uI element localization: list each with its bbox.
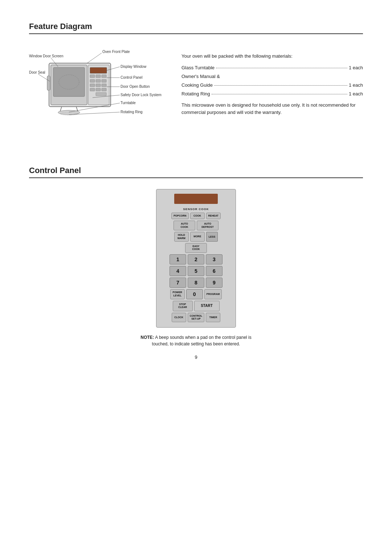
num-2-button[interactable]: 2 (188, 254, 204, 264)
sensor-cook-label: SENSOR COOK (160, 208, 232, 211)
list-item: Owner's Manual & (181, 73, 363, 81)
panel-row-easy: EASY COOK (160, 243, 232, 253)
disclaimer-text: This microwave oven is designed for hous… (181, 102, 363, 116)
feature-diagram-title: Feature Diagram (29, 22, 363, 34)
list-item: Glass Turntable 1 each (181, 64, 363, 72)
svg-rect-5 (90, 67, 107, 73)
num-5-button[interactable]: 5 (188, 266, 204, 276)
svg-rect-11 (102, 79, 106, 82)
panel-row-clock: CLOCK CONTROL SET-UP TIMER (160, 313, 232, 323)
svg-rect-7 (96, 75, 101, 78)
label-control-panel: Control Panel (121, 75, 143, 79)
cook-button[interactable]: COOK (190, 213, 205, 219)
item-name-ring: Rotating Ring (181, 90, 210, 98)
svg-point-21 (58, 110, 80, 115)
clock-button[interactable]: CLOCK (172, 313, 186, 323)
list-item: Rotating Ring 1 each (181, 90, 363, 98)
num-1-button[interactable]: 1 (170, 254, 186, 264)
num-7-button[interactable]: 7 (170, 278, 186, 288)
panel-note: NOTE: A beep sounds when a pad on the co… (134, 334, 258, 347)
num-4-button[interactable]: 4 (170, 266, 186, 276)
note-bold: NOTE: (140, 335, 154, 340)
num-0-button[interactable]: 0 (186, 289, 203, 299)
svg-rect-15 (90, 88, 95, 91)
panel-row-warm: HOLD WARM MORE LESS (160, 232, 232, 242)
svg-rect-16 (96, 88, 101, 91)
power-level-button[interactable]: POWER LEVEL (170, 289, 185, 299)
panel-row-789: 7 8 9 (160, 278, 232, 288)
panel-row-power: POWER LEVEL 0 PROGRAM (160, 289, 232, 299)
panel-row-123: 1 2 3 (160, 254, 232, 264)
svg-rect-10 (96, 79, 101, 82)
label-rotating-ring: Rotating Ring (121, 110, 143, 114)
reheat-button[interactable]: REHEAT (206, 213, 221, 219)
less-button[interactable]: LESS (206, 232, 218, 242)
svg-line-24 (87, 53, 102, 63)
auto-cook-button[interactable]: AUTO COOK (173, 221, 195, 230)
microwave-diagram-svg: Oven Front Plate Window Door Screen Door… (29, 45, 163, 147)
easy-cook-button[interactable]: EASY COOK (185, 243, 207, 253)
more-button[interactable]: MORE (190, 232, 205, 242)
label-door-open-button: Door Open Button (121, 85, 150, 89)
materials-list: Glass Turntable 1 each Owner's Manual & … (181, 64, 363, 98)
svg-rect-2 (53, 67, 85, 97)
materials-intro: Your oven will be packed with the follow… (181, 52, 363, 60)
control-panel-title: Control Panel (29, 166, 363, 178)
item-name-manual: Owner's Manual & (181, 73, 220, 81)
label-turntable: Turntable (121, 101, 136, 105)
label-safety-door-lock: Safety Door Lock System (121, 93, 162, 97)
diagram-left: Oven Front Plate Window Door Screen Door… (29, 45, 167, 148)
label-window-door-screen: Window Door Screen (29, 54, 63, 58)
page-number: 9 (195, 354, 197, 360)
num-9-button[interactable]: 9 (206, 278, 222, 288)
control-panel-box: SENSOR COOK POPCORN COOK REHEAT AUTO COO… (156, 189, 236, 328)
item-qty-turntable: 1 each (349, 64, 363, 72)
svg-rect-18 (96, 93, 106, 96)
program-button[interactable]: PROGRAM (204, 289, 222, 299)
label-door-seal: Door Seal (29, 70, 45, 74)
start-button[interactable]: START (194, 301, 220, 311)
item-name-guide: Cooking Guide (181, 81, 213, 89)
stop-clear-button[interactable]: STOP CLEAR (173, 301, 193, 311)
dots-turntable (216, 68, 347, 68)
item-qty-guide: 1 each (349, 81, 363, 89)
svg-rect-23 (47, 76, 50, 90)
label-oven-front-plate: Oven Front Plate (102, 50, 130, 54)
feature-diagram-content: Oven Front Plate Window Door Screen Door… (29, 45, 363, 148)
svg-rect-6 (90, 75, 95, 78)
popcorn-button[interactable]: POPCORN (171, 213, 188, 219)
num-3-button[interactable]: 3 (206, 254, 222, 264)
dots-guide (214, 85, 347, 86)
timer-button[interactable]: TIMER (206, 313, 220, 323)
item-qty-ring: 1 each (349, 90, 363, 98)
svg-rect-14 (102, 84, 106, 87)
control-setup-button[interactable]: CONTROL SET-UP (188, 313, 205, 323)
svg-rect-8 (102, 75, 106, 78)
panel-row-auto: AUTO COOK AUTO DEFROST (160, 221, 232, 230)
control-panel-content: SENSOR COOK POPCORN COOK REHEAT AUTO COO… (29, 189, 363, 360)
diagram-right: Your oven will be packed with the follow… (181, 45, 363, 148)
dots-ring (212, 94, 347, 94)
panel-row-sensor: POPCORN COOK REHEAT (160, 213, 232, 219)
num-8-button[interactable]: 8 (188, 278, 204, 288)
svg-rect-17 (102, 88, 106, 91)
hold-warm-button[interactable]: HOLD WARM (174, 232, 189, 242)
list-item: Cooking Guide 1 each (181, 81, 363, 89)
control-panel-section: Control Panel SENSOR COOK POPCORN COOK R… (29, 166, 363, 360)
svg-rect-9 (90, 79, 95, 82)
panel-row-456: 4 5 6 (160, 266, 232, 276)
auto-defrost-button[interactable]: AUTO DEFROST (197, 221, 219, 230)
panel-row-stop-start: STOP CLEAR START (160, 301, 232, 311)
feature-diagram-section: Feature Diagram (29, 22, 363, 148)
note-text: A beep sounds when a pad on the control … (152, 335, 252, 346)
label-display-window: Display Window (121, 65, 147, 69)
item-name-turntable: Glass Turntable (181, 64, 215, 72)
svg-rect-13 (96, 84, 101, 87)
panel-display (174, 194, 218, 204)
svg-rect-12 (90, 84, 95, 87)
num-6-button[interactable]: 6 (206, 266, 222, 276)
